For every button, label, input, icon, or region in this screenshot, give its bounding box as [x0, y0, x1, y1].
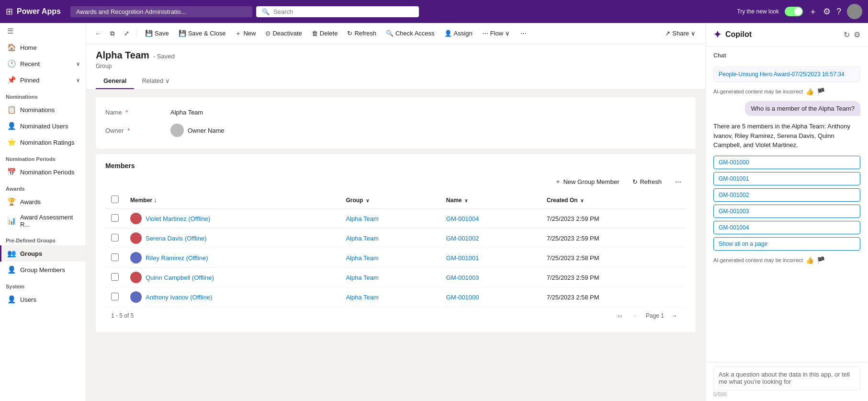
members-refresh-button[interactable]: ↻ Refresh: [628, 176, 666, 187]
member-name[interactable]: Riley Ramirez (Offline): [146, 254, 208, 262]
sidebar-item-nominations[interactable]: 📋 Nominations: [0, 102, 86, 118]
row-checkbox-cell[interactable]: [105, 268, 124, 287]
users-icon: 👤: [7, 295, 16, 304]
name-link[interactable]: GM-001001: [446, 254, 479, 262]
member-cell: Violet Martinez (Offline): [124, 209, 340, 229]
app-grid-button[interactable]: ⊞: [6, 6, 13, 17]
col-group[interactable]: Group ∨: [340, 192, 440, 209]
name-cell: GM-001004: [440, 209, 541, 229]
row-checkbox-cell[interactable]: [105, 248, 124, 268]
sidebar-item-pinned[interactable]: 📌 Pinned ∨: [0, 72, 86, 88]
search-input[interactable]: [273, 8, 413, 15]
save-button[interactable]: 💾 Save: [141, 28, 173, 39]
member-name[interactable]: Quinn Campbell (Offline): [146, 274, 214, 281]
name-link[interactable]: GM-001004: [446, 215, 479, 222]
thumbs-down-button-1[interactable]: 🏴: [817, 88, 825, 95]
delete-button[interactable]: 🗑 Delete: [308, 28, 342, 39]
sidebar-item-award-assessment[interactable]: 📊 Award Assessment R...: [0, 210, 86, 232]
sidebar-item-recent[interactable]: 🕐 Recent ∨: [0, 56, 86, 72]
back-button[interactable]: ←: [92, 28, 104, 39]
sidebar-item-awards[interactable]: 🏆 Awards: [0, 194, 86, 210]
page-view-button[interactable]: ⧉: [106, 28, 118, 39]
col-name[interactable]: Name ∨: [440, 192, 541, 209]
brand-name: Power Apps: [17, 7, 61, 16]
prev-page-button[interactable]: ←: [630, 311, 642, 321]
group-cell: Alpha Team: [340, 268, 440, 287]
suggestion-gm001004[interactable]: GM-001004: [713, 221, 860, 234]
row-checkbox-cell[interactable]: [105, 229, 124, 248]
col-member[interactable]: Member ↓: [124, 192, 340, 209]
suggestion-gm001003[interactable]: GM-001003: [713, 205, 860, 218]
thumbs-down-button-2[interactable]: 🏴: [817, 256, 825, 264]
row-checkbox[interactable]: [111, 234, 119, 241]
refresh-button[interactable]: ↻ Refresh: [343, 28, 380, 39]
member-name[interactable]: Violet Martinez (Offline): [146, 215, 210, 222]
copilot-input-count: 0/500: [713, 391, 860, 397]
search-container[interactable]: 🔍: [256, 6, 419, 17]
select-all-checkbox[interactable]: [111, 195, 119, 203]
sidebar-item-nomination-periods[interactable]: 📅 Nomination Periods: [0, 164, 86, 180]
expand-icon: ⤢: [124, 30, 129, 37]
select-all-header[interactable]: [105, 192, 124, 209]
chat-thread[interactable]: People-Unsung Hero Award-07/25/2023 16:5…: [713, 67, 860, 82]
group-link[interactable]: Alpha Team: [346, 215, 378, 222]
settings-icon[interactable]: ⚙: [823, 6, 831, 17]
sidebar-item-nominated-users[interactable]: 👤 Nominated Users: [0, 118, 86, 134]
name-link[interactable]: GM-001002: [446, 235, 479, 242]
next-page-button[interactable]: →: [668, 311, 680, 321]
sidebar-item-nomination-ratings[interactable]: ⭐ Nomination Ratings: [0, 134, 86, 150]
help-icon[interactable]: ?: [836, 7, 841, 17]
sidebar-item-groups[interactable]: 👥 Groups: [0, 245, 86, 262]
thumbs-up-button-2[interactable]: 👍: [806, 256, 814, 264]
save-close-button[interactable]: 💾 Save & Close: [175, 28, 230, 39]
row-checkbox[interactable]: [111, 253, 119, 261]
suggestion-show-all[interactable]: Show all on a page: [713, 237, 860, 251]
user-avatar[interactable]: [847, 4, 862, 19]
new-group-member-button[interactable]: ＋ New Group Member: [550, 175, 624, 188]
group-link[interactable]: Alpha Team: [346, 294, 378, 301]
row-checkbox[interactable]: [111, 214, 119, 222]
suggestion-gm001002[interactable]: GM-001002: [713, 188, 860, 202]
thumbs-up-button-1[interactable]: 👍: [806, 88, 814, 95]
row-checkbox-cell[interactable]: [105, 287, 124, 307]
tab-general[interactable]: General: [96, 73, 134, 89]
row-checkbox[interactable]: [111, 293, 119, 300]
sidebar-item-users[interactable]: 👤 Users: [0, 291, 86, 308]
copilot-refresh-button[interactable]: ↻: [844, 30, 850, 39]
assign-button[interactable]: 👤 Assign: [440, 28, 476, 39]
sidebar-item-home[interactable]: 🏠 Home: [0, 39, 86, 56]
name-link[interactable]: GM-001000: [446, 294, 479, 301]
owner-value: Owner Name: [170, 124, 225, 137]
sidebar-item-label: Group Members: [20, 266, 65, 274]
share-button[interactable]: ↗ Share ∨: [661, 28, 699, 39]
try-new-look-toggle[interactable]: [785, 7, 803, 16]
page-view-icon: ⧉: [110, 30, 114, 37]
expand-button[interactable]: ⤢: [120, 28, 133, 39]
suggestion-gm001001[interactable]: GM-001001: [713, 172, 860, 185]
col-created-on[interactable]: Created On ∨: [541, 192, 686, 209]
group-link[interactable]: Alpha Team: [346, 235, 378, 242]
add-icon[interactable]: ＋: [809, 6, 817, 17]
member-name[interactable]: Anthony Ivanov (Offline): [146, 294, 212, 301]
member-name[interactable]: Serena Davis (Offline): [146, 235, 207, 242]
name-link[interactable]: GM-001003: [446, 274, 479, 281]
check-access-button[interactable]: 🔍 Check Access: [382, 28, 439, 39]
more-button[interactable]: ⋯: [517, 28, 530, 39]
row-checkbox-cell[interactable]: [105, 209, 124, 229]
tab-related[interactable]: Related ∨: [134, 73, 178, 89]
row-checkbox[interactable]: [111, 273, 119, 281]
sidebar-menu-toggle[interactable]: ☰: [0, 23, 86, 39]
deactivate-button[interactable]: ⊙ Deactivate: [261, 28, 305, 39]
first-page-button[interactable]: ⏮: [613, 311, 626, 321]
members-more-button[interactable]: ⋯: [670, 176, 686, 187]
copilot-settings-button[interactable]: ⚙: [854, 30, 860, 39]
new-button[interactable]: ＋ New: [231, 27, 259, 40]
sidebar-item-group-members[interactable]: 👤 Group Members: [0, 262, 86, 278]
copilot-input[interactable]: Ask a question about the data in this ap…: [713, 367, 860, 390]
flow-button[interactable]: ⋯ Flow ∨: [478, 28, 514, 39]
group-link[interactable]: Alpha Team: [346, 254, 378, 262]
owner-row: Owner * Owner Name: [105, 120, 686, 141]
suggestion-gm001000[interactable]: GM-001000: [713, 156, 860, 169]
created-on-cell: 7/25/2023 2:59 PM: [541, 209, 686, 229]
group-link[interactable]: Alpha Team: [346, 274, 378, 281]
